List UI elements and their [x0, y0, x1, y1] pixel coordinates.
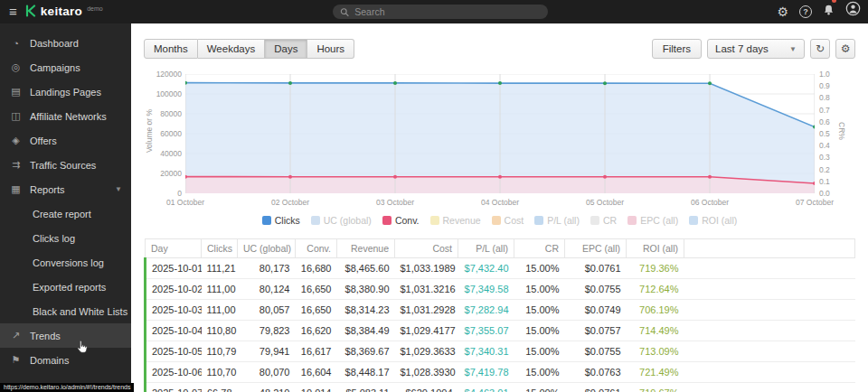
legend-item-epc-all[interactable]: EPC (all) [627, 215, 678, 226]
chart-plot [185, 74, 815, 193]
sidebar-item-traffic-sources[interactable]: ⇉Traffic Sources [0, 153, 131, 177]
table-row[interactable]: 2025-10-05110,7979,94116,617$8,369.67$1,… [146, 341, 855, 362]
column-header-revenue[interactable]: Revenue [337, 239, 395, 258]
sidebar-item-conversions-log[interactable]: Conversions log [0, 250, 131, 275]
legend-swatch [590, 216, 599, 225]
legend-item-cr[interactable]: CR [590, 215, 617, 226]
sidebar-item-affiliate-networks[interactable]: ◫Affiliate Networks [0, 104, 131, 128]
cell-roi-all: 714.49% [627, 321, 684, 341]
legend-item-revenue[interactable]: Revenue [430, 215, 481, 226]
table-row[interactable]: 2025-10-06110,7080,07016,604$8,448.17$1,… [146, 362, 855, 383]
cell-cost: $1,029.3633 [395, 341, 458, 362]
cell-revenue: $8,448.17 [337, 362, 395, 383]
date-range-select[interactable]: Last 7 days ▼ [707, 39, 805, 59]
filters-button[interactable]: Filters [652, 39, 702, 59]
tab-days[interactable]: Days [265, 39, 307, 59]
column-header-uc-global[interactable]: UC (global) [238, 239, 296, 258]
settings-gear-icon[interactable]: ⚙ [777, 0, 788, 23]
cell-filler [684, 300, 855, 321]
reports-icon: ▦ [9, 183, 23, 195]
global-search [333, 5, 548, 19]
hamburger-menu-icon[interactable]: ≡ [0, 0, 25, 23]
cell-day: 2025-10-03 [146, 300, 202, 321]
sidebar-item-reports[interactable]: ▦Reports▼ [0, 177, 131, 201]
sidebar-item-label: Dashboard [30, 38, 79, 49]
column-header-epc-all[interactable]: EPC (all) [565, 239, 627, 258]
legend-item-clicks[interactable]: Clicks [262, 215, 300, 226]
help-icon[interactable]: ? [799, 5, 812, 18]
x-tick-label: 03 October [359, 199, 431, 207]
cell-clicks: 111,00 [202, 300, 238, 321]
cell-revenue: $8,314.23 [337, 300, 395, 321]
chart-legend: ClicksUC (global)Conv.RevenueCostP/L (al… [144, 213, 855, 228]
legend-item-p-l-all[interactable]: P/L (all) [534, 215, 580, 226]
tab-months[interactable]: Months [144, 39, 198, 59]
x-tick-label: 01 October [149, 199, 222, 207]
y2-tick-label: 1.0 [819, 70, 841, 79]
chart-settings-button[interactable]: ⚙ [835, 39, 855, 59]
column-header-day[interactable]: Day [146, 239, 202, 258]
y2-tick-label: 0.7 [819, 107, 841, 115]
sidebar-item-landings-pages[interactable]: ▤Landings Pages [0, 79, 131, 104]
cell-epc-all: $0.0749 [565, 300, 627, 321]
cell-filler [684, 321, 855, 341]
legend-label: Clicks [275, 215, 300, 226]
sidebar-item-trends[interactable]: ↗Trends [0, 323, 131, 348]
tab-weekdays[interactable]: Weekdays [198, 39, 265, 59]
column-header-roi-all[interactable]: ROI (all) [627, 239, 684, 258]
sidebar-item-campaigns[interactable]: ◎Campaigns [0, 55, 131, 79]
refresh-button[interactable]: ↻ [810, 39, 830, 59]
sidebar-item-domains[interactable]: ⚑Domains [0, 348, 131, 372]
keitaro-logo[interactable]: keitaro demo [25, 4, 103, 21]
notifications-bell-icon[interactable] [823, 0, 835, 23]
cell-epc-all: $0.0757 [565, 321, 627, 341]
y-tick-label: 100000 [144, 90, 182, 98]
table-row[interactable]: 2025-10-01111,2180,17316,680$8,465.60$1,… [146, 258, 855, 279]
y-tick-label: 120000 [144, 70, 182, 79]
legend-item-uc-global[interactable]: UC (global) [311, 215, 372, 226]
y2-tick-label: 0.5 [819, 130, 841, 138]
y2-tick-label: 0.2 [819, 166, 841, 174]
sidebar-item-offers[interactable]: ◈Offers [0, 128, 131, 153]
table-row[interactable]: 2025-10-04110,8079,82316,620$8,384.49$1,… [146, 321, 855, 341]
period-tabs: MonthsWeekdaysDaysHours [144, 39, 354, 59]
env-label: demo [87, 5, 103, 12]
user-avatar[interactable] [845, 0, 861, 23]
legend-item-conv[interactable]: Conv. [382, 215, 420, 226]
cell-roi-all: 713.09% [627, 341, 684, 362]
table-body: 2025-10-01111,2180,17316,680$8,465.60$1,… [146, 258, 855, 392]
cell-uc-global: 80,173 [238, 258, 296, 279]
sidebar-item-exported-reports[interactable]: Exported reports [0, 275, 131, 299]
legend-swatch [492, 216, 501, 225]
sidebar-item-label: Trends [30, 331, 61, 341]
sidebar-item-dashboard[interactable]: ◔Dashboard [0, 31, 131, 55]
cell-p-l-all: $7,419.78 [458, 362, 514, 383]
controls-right: Filters Last 7 days ▼ ↻ ⚙ [652, 39, 855, 59]
column-header-cr[interactable]: CR [514, 239, 565, 258]
table-row[interactable]: 2025-10-0766,7848,21010,014$5,083.11$620… [146, 383, 855, 392]
search-input[interactable] [354, 6, 541, 17]
column-header-p-l-all[interactable]: P/L (all) [458, 239, 514, 258]
cell-cost: $1,033.1989 [395, 258, 458, 279]
column-header-clicks[interactable]: Clicks [202, 239, 238, 258]
sidebar-item-black-and-white-lists[interactable]: Black and White Lists [0, 299, 131, 323]
y2-tick-label: 0.0 [819, 190, 841, 198]
legend-item-roi-all[interactable]: ROI (all) [689, 215, 737, 226]
table-row[interactable]: 2025-10-03111,0080,05716,650$8,314.23$1,… [146, 300, 855, 321]
cell-uc-global: 79,941 [238, 341, 296, 362]
notification-dot [832, 0, 836, 3]
sidebar-item-clicks-log[interactable]: Clicks log [0, 226, 131, 250]
cell-conv: 16,680 [296, 258, 337, 279]
cell-p-l-all: $7,349.58 [458, 279, 514, 300]
tab-hours[interactable]: Hours [307, 39, 354, 59]
cell-epc-all: $0.0755 [565, 279, 627, 300]
search-icon [340, 7, 349, 17]
y2-tick-label: 0.6 [819, 118, 841, 126]
table-row[interactable]: 2025-10-02111,0080,12416,650$8,380.90$1,… [146, 279, 855, 300]
column-header-cost[interactable]: Cost [395, 239, 458, 258]
y2-tick-label: 0.9 [819, 82, 841, 90]
column-header-conv[interactable]: Conv. [296, 239, 337, 258]
legend-item-cost[interactable]: Cost [492, 215, 524, 226]
sidebar-item-create-report[interactable]: Create report [0, 201, 131, 226]
cell-roi-all: 719.36% [627, 258, 684, 279]
